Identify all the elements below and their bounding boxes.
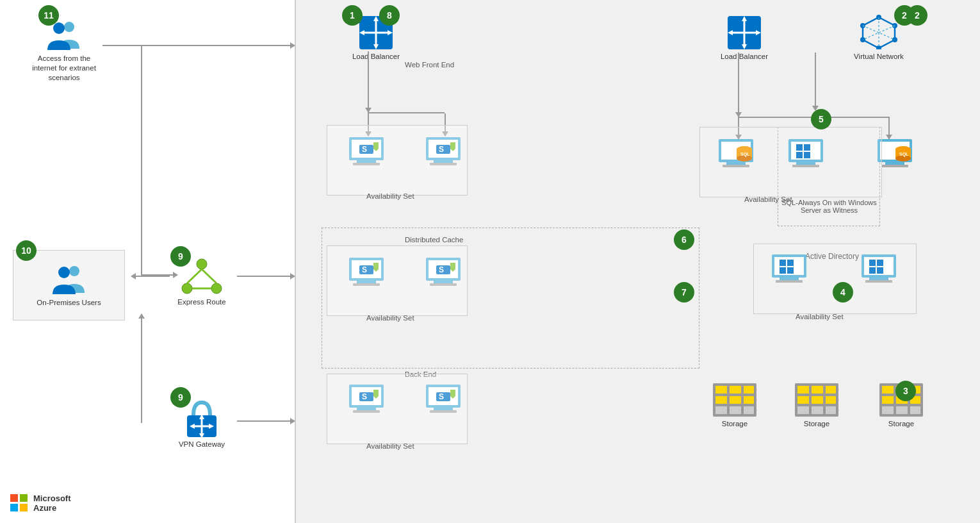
svg-rect-134: [797, 386, 809, 394]
ms-squares: [10, 494, 28, 512]
svg-rect-130: [715, 406, 727, 414]
svg-point-5: [182, 283, 192, 294]
svg-rect-147: [882, 396, 894, 404]
lb2-label: Load Balancer: [721, 52, 768, 62]
arrow-r-branch-right: [888, 117, 890, 139]
lb2-container: Load Balancer: [719, 16, 770, 62]
arrow-internet-to-lb: [102, 45, 295, 46]
svg-rect-126: [744, 386, 754, 394]
vpn-gateway-label: VPN Gateway: [179, 440, 225, 449]
svg-rect-124: [715, 386, 727, 394]
arrow-er-right: [237, 276, 295, 277]
express-route-label: Express Route: [177, 297, 225, 307]
badge-2: 2: [907, 5, 927, 26]
vnet-label: Virtual Network: [854, 52, 904, 62]
arrow-lb1-down: [368, 51, 369, 112]
svg-rect-152: [910, 406, 920, 414]
sql-alwayson-label: SQL-Always On with Windows Server as Wit…: [780, 199, 879, 214]
main-container: 11 Access from the internet for extranet…: [0, 0, 980, 523]
svg-rect-132: [744, 406, 754, 414]
svg-point-6: [211, 283, 222, 294]
right-panel: 1 8 Load Balancer Web Front End: [295, 0, 980, 523]
svg-point-4: [197, 259, 207, 269]
svg-line-7: [187, 269, 202, 283]
svg-rect-141: [812, 406, 823, 414]
svg-rect-144: [882, 386, 894, 394]
storage2-container: Storage: [788, 383, 845, 429]
svg-point-3: [58, 267, 70, 278]
svg-line-8: [202, 269, 216, 283]
svg-rect-137: [797, 396, 809, 404]
storage3-label: Storage: [888, 419, 914, 429]
ms-sq-yellow: [20, 504, 28, 511]
svg-rect-138: [812, 396, 823, 404]
svg-rect-102: [881, 165, 908, 167]
lb1-label: Load Balancer: [352, 52, 400, 62]
ms-azure-logo: MicrosoftAzure: [10, 494, 71, 513]
svg-rect-125: [730, 386, 741, 394]
express-route-container: 9 Express Route: [167, 256, 237, 307]
onprem-box: 10 On-Premises Users: [13, 250, 125, 320]
storage2-label: Storage: [804, 419, 829, 429]
access-internet-label: Access from the internet for extranet sc…: [32, 54, 96, 83]
badge-9a: 9: [170, 246, 191, 267]
svg-point-1: [53, 22, 65, 34]
web-front-end-label: Web Front End: [405, 61, 454, 69]
svg-rect-129: [744, 396, 754, 404]
ms-sq-blue: [10, 504, 18, 511]
ms-sq-red: [10, 494, 18, 502]
svg-rect-136: [826, 386, 836, 394]
badge-1: 1: [342, 5, 363, 26]
svg-point-2: [69, 266, 79, 276]
svg-rect-151: [896, 406, 908, 414]
badge-9b: 9: [170, 387, 191, 408]
onprem-label: On-Premises Users: [37, 298, 101, 308]
avail-set-ad-box: [753, 244, 917, 314]
badge-3: 3: [895, 381, 916, 401]
avail-set-web-label: Availability Set: [366, 192, 414, 200]
avail-set-ad-label: Availability Set: [796, 313, 844, 320]
badge-5: 5: [811, 109, 831, 129]
svg-rect-127: [715, 396, 727, 404]
badge-7: 7: [674, 282, 694, 303]
badge-11: 11: [38, 5, 59, 26]
storage1-label: Storage: [722, 419, 747, 429]
svg-rect-142: [826, 406, 836, 414]
svg-rect-140: [797, 406, 809, 414]
svg-rect-139: [826, 396, 836, 404]
avail-set-cache-label: Availability Set: [366, 314, 414, 322]
svg-rect-131: [730, 406, 741, 414]
vpn-gateway-container: 9 VPN Gateway: [167, 397, 237, 449]
avail-set-back-label: Availability Set: [366, 442, 414, 450]
ms-sq-green: [20, 494, 28, 502]
dist-cache-label: Distributed Cache: [405, 236, 463, 244]
badge-6: 6: [674, 229, 694, 250]
avail-set-sql-label: Availability Set: [744, 195, 792, 203]
fork-line: [368, 112, 445, 113]
svg-point-0: [64, 22, 74, 32]
badge-4: 4: [833, 282, 853, 303]
arrow-lb2-down: [738, 53, 739, 117]
avail-set-back-box: [327, 374, 468, 444]
arrow-er-to-onprem: [131, 276, 170, 277]
vertical-line-left: [141, 45, 142, 276]
svg-rect-150: [882, 406, 894, 414]
arrow-up-bottom: [141, 314, 142, 372]
svg-rect-135: [812, 386, 823, 394]
avail-set-web-box: [327, 125, 468, 195]
avail-set-cache-box: [327, 245, 468, 316]
access-internet-icon: Access from the internet for extranet sc…: [32, 19, 96, 83]
badge-10: 10: [16, 240, 37, 261]
arrow-lb2-to-badge5: [815, 53, 816, 110]
storage1-container: Storage: [706, 383, 764, 429]
ms-azure-label: MicrosoftAzure: [33, 494, 71, 513]
svg-rect-101: [885, 161, 904, 165]
badge-8: 8: [379, 5, 400, 26]
left-panel: 11 Access from the internet for extranet…: [0, 0, 295, 523]
svg-rect-128: [730, 396, 741, 404]
avail-set-sql-outer: [699, 127, 882, 197]
arrow-vpn-right: [237, 420, 295, 422]
svg-text:SQL: SQL: [899, 152, 909, 157]
